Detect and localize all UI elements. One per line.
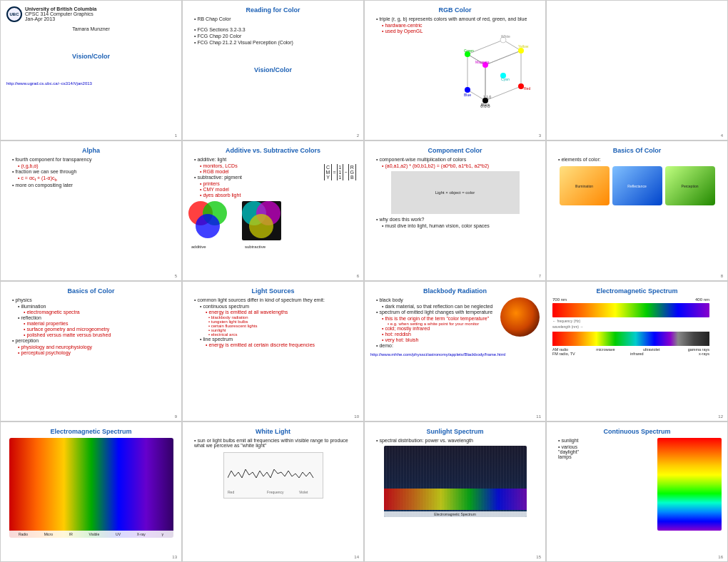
- em-spectrum-image: RadioMicroIRVisibleUVX-rayγ: [9, 438, 173, 538]
- alpha-b4: more on compositing later: [12, 183, 176, 188]
- label-uv: ultraviolet: [643, 347, 660, 352]
- add-b0: additive: light: [194, 157, 324, 162]
- slide-num-13: 13: [172, 555, 177, 559]
- em-nm-labels: 700 nm 400 nm: [552, 297, 709, 302]
- phys-b5: surface geometry and microgeometry: [24, 327, 176, 332]
- instructor: Tamara Munzner: [6, 26, 176, 31]
- slide-7: Component Color component-wise multiplic…: [364, 140, 546, 281]
- sub-b1: printers: [200, 181, 324, 186]
- slide-12: Electromagnetic Spectrum 700 nm 400 nm ←…: [546, 281, 728, 422]
- slide-title-11: Blackbody Radiation: [370, 287, 540, 295]
- phys-b3: reflection: [18, 315, 176, 320]
- label-microwave: microwave: [596, 347, 615, 352]
- slide-title-10: Light Sources: [188, 287, 358, 295]
- phys-b2: electromagnetic spectra: [24, 310, 176, 315]
- ls-b2: energy is emitted at all wavelengths: [206, 310, 358, 315]
- slide-num-3: 3: [539, 133, 541, 138]
- ubc-logo: UBC: [6, 6, 22, 22]
- svg-text:Frequency: Frequency: [267, 490, 284, 494]
- slide-title-8: Basics Of Color: [552, 147, 722, 154]
- slide-title-9: Basics of Color: [6, 287, 176, 295]
- sub-label: subtractive: [245, 245, 266, 249]
- bullet-2-0: RB Chap Color: [194, 16, 358, 21]
- svg-text:Yellow: Yellow: [518, 44, 529, 48]
- slide-num-15: 15: [536, 555, 541, 559]
- slide-title-16: Continuous Spectrum: [552, 428, 722, 435]
- cont-spectrum-content: sunlight various"daylight"lamps: [552, 438, 722, 531]
- phys-b8: physiology and neurophysiology: [18, 344, 176, 349]
- slide-8: Basics Of Color elements of color: Illum…: [546, 140, 728, 281]
- phys-b4: material properties: [24, 321, 176, 326]
- bullet-2-1: FCG Sections 3.2-3.3: [194, 27, 358, 32]
- cont-b1: various"daylight"lamps: [558, 444, 654, 459]
- sub-b3: dyes absorb light: [200, 193, 324, 198]
- ls-b1: continuous spectrum: [200, 304, 358, 309]
- add-label: additive: [191, 245, 206, 249]
- sunlight-spectrum-image: Electromagnetic Spectrum: [384, 446, 527, 517]
- slide-10: Light Sources common light sources diffe…: [182, 281, 364, 422]
- bb-link[interactable]: http://www.mhhe.com/physsci/astronomy/ap…: [370, 352, 540, 357]
- course-name: CPSC 314 Computer Graphics: [25, 11, 96, 16]
- bullet-2-3: FCG Chap 21.2.2 Visual Perception (Color…: [194, 40, 358, 45]
- visible-spectrum-bar: [552, 303, 709, 317]
- sub-b2: CMY model: [200, 187, 324, 192]
- slide-num-2: 2: [357, 133, 359, 138]
- slide-14: White Light sun or light bulbs emit all …: [182, 422, 364, 562]
- freq-label: ← frequency (Hz): [552, 319, 722, 323]
- bb-b4: cold; mostly infrared: [382, 326, 497, 331]
- term: Jan-Apr 2013: [25, 16, 96, 21]
- slide-num-7: 7: [539, 274, 541, 278]
- ls-b0: common light sources differ in kind of s…: [194, 297, 358, 302]
- comp-b0: component-wise multiplication of colors: [376, 157, 540, 162]
- comp-b2: why does this work?: [376, 217, 540, 222]
- white-light-graph: Red Frequency Violet: [223, 452, 323, 499]
- slide-title-12: Electromagnetic Spectrum: [552, 287, 722, 295]
- em-full-bar: [552, 332, 709, 346]
- slide-5: Alpha fourth component for transparency …: [0, 140, 182, 281]
- slide-9: Basics of Color physics illumination ele…: [0, 281, 182, 422]
- slide-6: Additive vs. Subtractive Colors additive…: [182, 140, 364, 281]
- slide-num-14: 14: [354, 555, 359, 559]
- blackbody-disk: [500, 297, 540, 337]
- slide-title-7: Component Color: [370, 147, 540, 154]
- slide-title-5: Alpha: [6, 147, 176, 154]
- slide-4: 4: [546, 0, 728, 140]
- slide-num-9: 9: [175, 414, 177, 419]
- phys-b9: perceptual psychology: [18, 350, 176, 355]
- add-b2: RGB model: [200, 169, 324, 174]
- wl-label: wavelength (nm) →: [552, 325, 722, 329]
- url: http://www.ugrad.cs.ubc.ca/~cs314/Vjan20…: [6, 81, 176, 86]
- slide-num-11: 11: [536, 414, 541, 419]
- svg-text:Magenta: Magenta: [475, 60, 490, 64]
- wl-bullet: sun or light bulbs emit all frequencies …: [194, 438, 358, 448]
- bb-b3: this is the origin of the term "color te…: [382, 316, 497, 321]
- phys-b7: perception: [12, 338, 176, 343]
- label-fmtv: FM radio, TV: [552, 352, 575, 356]
- label-400nm: 400 nm: [695, 297, 709, 302]
- slide-num-4: 4: [721, 133, 723, 138]
- sub-b0: subtractive: pigment: [194, 175, 324, 180]
- slide-title-3: RGB Color: [370, 6, 540, 14]
- section-title-1: Vision/Color: [6, 53, 176, 60]
- slide-13: Electromagnetic Spectrum RadioMicroIRVis…: [0, 422, 182, 562]
- svg-text:Green: Green: [464, 48, 474, 53]
- label-700nm: 700 nm: [552, 297, 567, 302]
- slide-title-6: Additive vs. Subtractive Colors: [188, 147, 358, 154]
- basics-images: Illumination Reflectance Perception: [552, 166, 722, 205]
- bb-b2: spectrum of emitted light changes with t…: [376, 310, 497, 315]
- comp-b3: must dive into light, human vision, colo…: [382, 223, 540, 228]
- slide-title-14: White Light: [188, 428, 358, 435]
- slide-2: Reading for Color RB Chap Color FCG Sect…: [182, 0, 364, 140]
- comp-b1: (a0,a1,a2) * (b0,b1,b2) = (a0*b0, a1*b1,…: [382, 163, 540, 168]
- bb-b6: very hot: bluish: [382, 337, 497, 342]
- waveform-svg: Red Frequency Violet: [228, 456, 320, 496]
- slide-grid: UBC University of British Columbia CPSC …: [0, 0, 728, 562]
- svg-text:Red: Red: [524, 86, 530, 91]
- svg-text:Black: Black: [481, 103, 490, 107]
- svg-text:Cyan: Cyan: [501, 77, 510, 81]
- component-diagram: Light × object = color: [391, 171, 520, 214]
- bullet-3-0: triple (r, g, b) represents colors with …: [376, 16, 540, 21]
- section-title-2: Vision/Color: [188, 66, 358, 73]
- svg-text:Violet: Violet: [299, 490, 308, 494]
- svg-text:1,1,0: 1,1,0: [483, 95, 491, 99]
